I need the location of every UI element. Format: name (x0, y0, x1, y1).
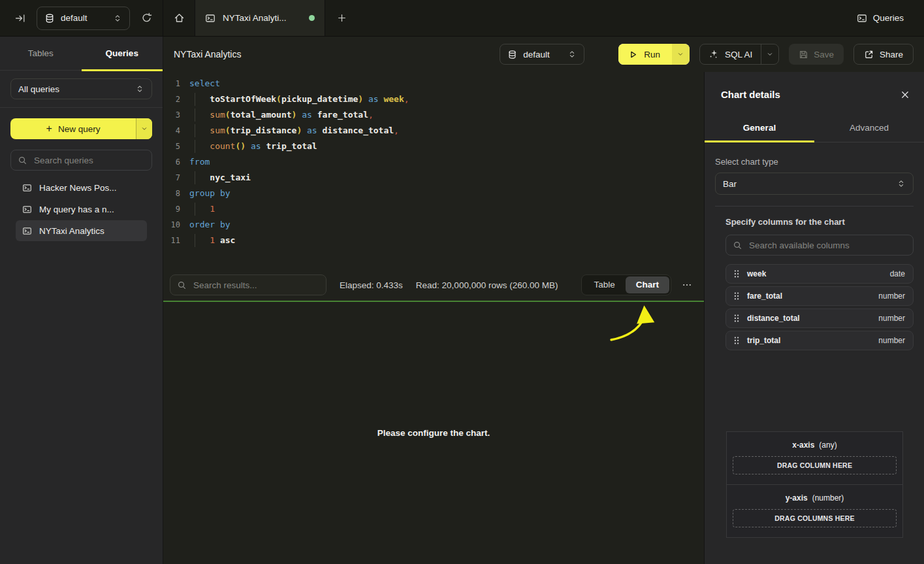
query-filter-select[interactable]: All queries (10, 78, 152, 99)
columns-search (725, 235, 914, 256)
chart-panel-header: Chart details (705, 72, 924, 114)
chart-panel-tabs: General Advanced (705, 114, 924, 142)
y-axis-dropzone[interactable]: DRAG COLUMNS HERE (733, 509, 897, 527)
run-button[interactable]: Run (618, 44, 690, 65)
search-icon (177, 280, 187, 290)
query-list-item[interactable]: Hacker News Pos... (16, 177, 147, 198)
run-options-dropdown[interactable] (672, 44, 690, 65)
sql-ai-dropdown[interactable] (761, 44, 778, 64)
chevron-updown-icon (897, 179, 906, 188)
save-button-label: Save (814, 50, 834, 59)
column-name: week (747, 269, 766, 278)
query-filter-value: All queries (18, 84, 59, 94)
results-search (170, 274, 327, 295)
workspace: 1select2 toStartOfWeek(pickup_datetime) … (163, 72, 704, 564)
sidebar-tabs: Tables Queries (0, 37, 163, 71)
sql-editor[interactable]: 1select2 toStartOfWeek(pickup_datetime) … (163, 72, 704, 269)
home-tab[interactable] (163, 0, 195, 36)
query-item-label: NYTaxi Analytics (39, 226, 104, 236)
ellipsis-icon (682, 280, 692, 290)
share-button[interactable]: Share (853, 44, 914, 65)
view-toggle-chart[interactable]: Chart (626, 276, 669, 293)
database-selector[interactable]: default (37, 7, 130, 30)
indent-guide (195, 124, 195, 137)
column-chip-distance_total[interactable]: distance_totalnumber (725, 308, 914, 328)
save-button[interactable]: Save (789, 44, 844, 65)
tab-nytaxi-analytics[interactable]: NYTaxi Analyti... (195, 0, 325, 36)
results-search-input[interactable] (192, 280, 319, 291)
panel-spacer (715, 353, 914, 431)
results-view-toggle: Table Chart (581, 274, 671, 295)
code-line: 11 1 asc (163, 233, 704, 248)
column-name: distance_total (747, 314, 800, 323)
chart-type-select[interactable]: Bar (715, 173, 914, 195)
query-list-item[interactable]: NYTaxi Analytics (16, 220, 147, 241)
tab-general[interactable]: General (705, 114, 814, 142)
new-query-button[interactable]: + New query (10, 118, 152, 139)
code-text: 1 asc (189, 233, 235, 248)
elapsed-time: Elapsed: 0.433s (340, 280, 403, 290)
code-line: 2 toStartOfWeek(pickup_datetime) as week… (163, 91, 704, 107)
sql-ai-button[interactable]: SQL AI (699, 44, 779, 65)
new-query-dropdown[interactable] (136, 118, 152, 139)
arrow-to-bar-icon (15, 13, 25, 24)
collapse-sidebar-button[interactable] (15, 13, 25, 24)
database-icon (44, 13, 55, 24)
main: Tables Queries All queries + New query (0, 37, 924, 564)
new-query-main[interactable]: + New query (10, 118, 136, 139)
view-toggle-table[interactable]: Table (583, 276, 625, 293)
column-chip-fare_total[interactable]: fare_totalnumber (725, 286, 914, 306)
unsaved-changes-dot (309, 15, 315, 21)
run-button-main[interactable]: Run (618, 44, 672, 65)
chart-area: Please configure the chart. (163, 302, 704, 564)
results-toolbar: Elapsed: 0.433s Read: 20,000,000 rows (2… (163, 269, 704, 301)
columns-block: Specify columns for the chart weekdatefa… (725, 217, 914, 353)
save-icon (799, 50, 808, 59)
y-axis-label: y-axis(number) (733, 493, 897, 503)
refresh-button[interactable] (141, 12, 152, 24)
query-search (10, 150, 152, 171)
columns-search-input[interactable] (748, 240, 906, 251)
new-tab-button[interactable] (325, 0, 358, 36)
column-chip-trip_total[interactable]: trip_totalnumber (725, 331, 914, 350)
indent-guide (195, 93, 195, 106)
code-text: count() as trip_total (189, 139, 317, 154)
close-panel-button[interactable] (900, 90, 910, 99)
queries-panel-button[interactable]: Queries (853, 12, 908, 24)
sidebar-tab-queries[interactable]: Queries (82, 37, 163, 70)
code-line: 6from (163, 154, 704, 170)
run-database-selector[interactable]: default (500, 44, 584, 65)
x-axis-dropzone[interactable]: DRAG COLUMN HERE (733, 456, 897, 474)
code-line: 8group by (163, 186, 704, 201)
axis-config-panel: x-axis(any)DRAG COLUMN HEREy-axis(number… (726, 431, 903, 538)
refresh-icon (141, 12, 152, 24)
query-search-input[interactable] (33, 155, 145, 166)
chevron-down-icon (677, 50, 684, 58)
drag-handle-icon (733, 269, 740, 278)
tab-advanced[interactable]: Advanced (814, 114, 924, 142)
terminal-icon (857, 13, 867, 24)
header-toolbar: default Run (500, 44, 914, 65)
code-line: 9 1 (163, 201, 704, 217)
code-text: sum(total_amount) as fare_total, (189, 107, 374, 123)
query-list-item[interactable]: My query has a n... (16, 199, 147, 220)
code-line: 4 sum(trip_distance) as distance_total, (163, 123, 704, 139)
y-axis-section: y-axis(number)DRAG COLUMNS HERE (727, 484, 902, 537)
indent-guide (195, 140, 195, 153)
sql-ai-main[interactable]: SQL AI (700, 44, 761, 64)
line-number: 5 (163, 139, 180, 154)
results-more-button[interactable] (679, 277, 695, 293)
code-text: group by (189, 186, 231, 201)
column-type: number (878, 314, 905, 323)
code-text: sum(trip_distance) as distance_total, (189, 123, 399, 139)
sparkles-icon (709, 49, 719, 59)
chart-panel-body: Select chart type Bar Specify columns fo… (705, 142, 924, 564)
column-chip-week[interactable]: weekdate (725, 264, 914, 284)
sidebar-tab-tables[interactable]: Tables (0, 37, 82, 70)
top-bar: default NYTaxi Analyti... Que (0, 0, 924, 37)
column-type: number (878, 291, 905, 301)
chevron-updown-icon (113, 14, 122, 23)
sql-console-app: default NYTaxi Analyti... Que (0, 0, 924, 564)
line-number: 10 (163, 217, 180, 233)
page-title: NYTaxi Analytics (174, 49, 241, 59)
